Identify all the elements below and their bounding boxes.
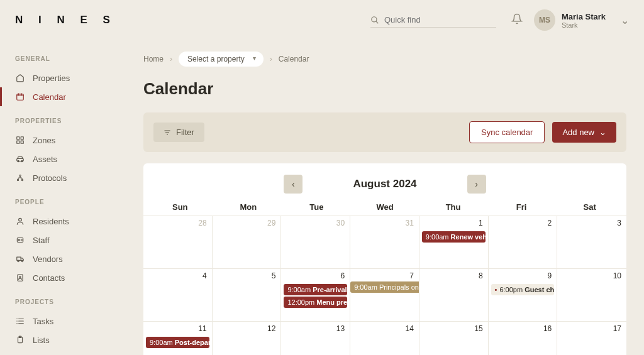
sidebar-item-label: Zones	[33, 136, 55, 145]
calendar-event[interactable]: 9:00am Pre-arrival wa	[284, 284, 347, 295]
calendar-cell[interactable]: 119:00am Post-departu	[143, 322, 213, 355]
day-number: 28	[198, 219, 206, 227]
day-number: 9	[548, 271, 552, 280]
day-number: 2	[548, 219, 552, 227]
month-label: August 2024	[353, 178, 416, 190]
calendar-cell[interactable]: 31	[350, 216, 419, 269]
sidebar-item-zones[interactable]: Zones	[0, 131, 126, 150]
sidebar-item-calendar[interactable]: Calendar	[0, 87, 126, 106]
filter-button[interactable]: Filter	[153, 123, 204, 142]
sidebar-item-label: Staff	[33, 236, 50, 245]
day-number: 11	[198, 324, 206, 333]
calendar-cell[interactable]: 19:00am Renew vehicle	[419, 216, 489, 269]
sidebar-heading: PROJECTS	[0, 287, 126, 312]
svg-line-1	[376, 21, 379, 23]
calendar-span-event[interactable]: 9:00am Principals on property	[350, 281, 419, 293]
user-menu[interactable]: MS Maria Stark Stark ⌄	[534, 9, 629, 31]
weekday-label: Sun	[146, 202, 214, 212]
filter-icon	[164, 129, 171, 136]
notifications-button[interactable]	[511, 13, 523, 27]
user-sub: Stark	[562, 21, 606, 29]
breadcrumb-home[interactable]: Home	[143, 55, 164, 63]
sidebar-item-label: Tasks	[33, 317, 53, 326]
calendar-cell[interactable]: 30	[281, 216, 350, 269]
main-content: Home › Select a property › Calendar Cale…	[126, 40, 644, 355]
calendar-event[interactable]: 9:00am Post-departu	[146, 337, 209, 348]
calendar-cell[interactable]: 15	[419, 322, 489, 355]
calendar-cell[interactable]: 5	[213, 269, 282, 322]
svg-rect-2	[17, 94, 24, 100]
calendar-event[interactable]: 12:00pm Menu prep	[284, 297, 347, 308]
calendar-cell[interactable]: 12	[213, 322, 282, 355]
search-input[interactable]	[384, 15, 496, 25]
svg-rect-6	[17, 137, 19, 139]
day-number: 3	[617, 219, 621, 227]
day-number: 31	[405, 219, 413, 227]
calendar-cell[interactable]: 14	[350, 322, 419, 355]
sidebar-item-properties[interactable]: Properties	[0, 68, 126, 87]
calendar-cell[interactable]: 29	[213, 216, 282, 269]
calendar-cell[interactable]: 8	[419, 269, 489, 322]
user-icon	[15, 216, 25, 226]
calendar-cell[interactable]: 2	[489, 216, 558, 269]
next-month-button[interactable]: ›	[467, 175, 486, 194]
calendar-cell[interactable]: 96:00pm Guest che	[489, 269, 558, 322]
calendar-cell[interactable]: 10	[557, 269, 626, 322]
sidebar-item-staff[interactable]: Staff	[0, 231, 126, 249]
grid-icon	[15, 135, 25, 145]
sync-calendar-button[interactable]: Sync calendar	[469, 121, 545, 143]
chevron-down-icon: ⌄	[599, 128, 606, 137]
calendar-cell[interactable]: 28	[143, 216, 213, 269]
clipboard-icon	[15, 335, 25, 345]
calendar-cell[interactable]: 4	[143, 269, 213, 322]
sidebar-item-vendors[interactable]: Vendors	[0, 249, 126, 268]
svg-rect-8	[17, 141, 19, 143]
user-text: Maria Stark Stark	[562, 12, 606, 29]
avatar: MS	[534, 9, 555, 31]
calendar-cell[interactable]: 16	[489, 322, 558, 355]
weekday-header: SunMonTueWedThuFriSat	[143, 202, 626, 216]
calendar-grid: 2829303119:00am Renew vehicle234569:00am…	[143, 216, 626, 355]
weekday-label: Fri	[487, 202, 556, 212]
badge-icon	[15, 235, 25, 245]
sidebar-item-contacts[interactable]: Contacts	[0, 268, 126, 287]
sidebar-item-assets[interactable]: Assets	[0, 150, 126, 168]
calendar-cell[interactable]: 69:00am Pre-arrival wa12:00pm Menu prep	[281, 269, 350, 322]
svg-point-21	[18, 260, 19, 261]
search-wrap[interactable]	[370, 13, 496, 28]
truck-icon	[15, 254, 25, 264]
calendar-event[interactable]: 9:00am Renew vehicle	[422, 231, 486, 243]
calendar-cell[interactable]: 13	[281, 322, 350, 355]
breadcrumb: Home › Select a property › Calendar	[143, 52, 626, 67]
day-number: 10	[613, 271, 621, 280]
sidebar-item-protocols[interactable]: Protocols	[0, 168, 126, 187]
calendar-event[interactable]: 6:00pm Guest che	[491, 284, 555, 295]
chevron-right-icon: ›	[270, 55, 272, 63]
sidebar-item-label: Calendar	[33, 92, 66, 102]
sidebar-item-tasks[interactable]: Tasks	[0, 312, 126, 330]
prev-month-button[interactable]: ‹	[284, 175, 303, 194]
sidebar-item-label: Residents	[33, 217, 69, 226]
calendar-cell[interactable]: 17	[557, 322, 626, 355]
calendar-icon	[15, 92, 25, 102]
weekday-label: Sat	[555, 202, 624, 212]
month-navigation: ‹ August 2024 ›	[143, 175, 626, 194]
calendar-cell[interactable]: 3	[557, 216, 626, 269]
sidebar-item-residents[interactable]: Residents	[0, 212, 126, 231]
add-new-button[interactable]: Add new ⌄	[552, 122, 616, 143]
bell-icon	[511, 13, 523, 25]
day-number: 6	[340, 271, 345, 280]
app-logo: N I N E S	[15, 14, 116, 26]
sidebar-item-label: Contacts	[33, 273, 65, 283]
sidebar-item-label: Assets	[33, 155, 57, 164]
day-number: 29	[267, 219, 275, 227]
sidebar-item-logs[interactable]: Logs	[0, 349, 126, 355]
sidebar-item-lists[interactable]: Lists	[0, 330, 126, 349]
svg-point-18	[18, 239, 19, 241]
sidebar-heading: PEOPLE	[0, 187, 126, 212]
day-number: 14	[405, 324, 413, 333]
calendar-cell[interactable]: 79:00am Principals on property	[350, 269, 419, 322]
day-number: 8	[479, 271, 483, 280]
property-select[interactable]: Select a property	[179, 52, 264, 67]
day-number: 5	[272, 271, 276, 280]
